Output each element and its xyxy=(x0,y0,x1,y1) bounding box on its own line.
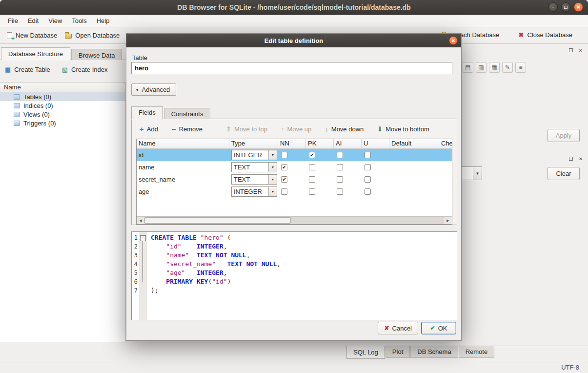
column-header-name[interactable]: Name xyxy=(137,139,229,148)
cancel-button[interactable]: ✘ Cancel xyxy=(378,322,418,334)
move-to-bottom-button[interactable]: ⇓Move to bottom xyxy=(374,124,432,134)
nn-checkbox[interactable] xyxy=(281,152,287,158)
tree-column-header[interactable]: Name xyxy=(0,83,125,92)
bottom-tab-plot[interactable]: Plot xyxy=(385,346,410,358)
tab-browse-data[interactable]: Browse Data xyxy=(71,49,122,60)
pk-checkbox[interactable] xyxy=(309,164,315,170)
tree-item[interactable]: Views (0) xyxy=(0,110,125,119)
bottom-tab-remote[interactable]: Remote xyxy=(459,346,495,358)
ai-checkbox[interactable] xyxy=(337,164,343,170)
scrollbar-thumb[interactable] xyxy=(144,217,291,224)
cell-toolbar-icon-4[interactable]: ✎ xyxy=(502,62,513,73)
check-cell[interactable] xyxy=(439,173,452,186)
ai-checkbox[interactable] xyxy=(337,176,343,183)
field-row[interactable]: idINTEGER▾✔ xyxy=(137,149,452,161)
add-button[interactable]: +Add xyxy=(137,124,161,134)
new-database-button[interactable]: New Database xyxy=(3,29,61,41)
menu-view[interactable]: View xyxy=(43,15,67,26)
ai-checkbox[interactable] xyxy=(337,188,343,195)
create-index-button[interactable]: ▧ Create Index xyxy=(59,64,111,75)
field-name-cell[interactable]: name xyxy=(137,161,229,173)
tab-database-structure[interactable]: Database Structure xyxy=(1,47,70,61)
field-name-cell[interactable]: age xyxy=(137,186,229,198)
field-row[interactable]: ageINTEGER▾ xyxy=(137,186,452,198)
apply-button[interactable]: Apply xyxy=(547,129,580,142)
advanced-toggle[interactable]: ▾ Advanced xyxy=(131,83,176,96)
field-name-cell[interactable]: id xyxy=(137,149,229,161)
ai-checkbox[interactable] xyxy=(337,152,343,158)
tree-item[interactable]: Tables (0) xyxy=(0,92,125,101)
u-checkbox[interactable] xyxy=(365,176,371,183)
move-to-top-button[interactable]: ⇑Move to top xyxy=(223,124,270,134)
close-database-button[interactable]: ✖ Close Database xyxy=(515,29,576,41)
default-cell[interactable] xyxy=(389,186,439,198)
field-name-cell[interactable]: secret_name xyxy=(137,173,229,186)
move-up-button[interactable]: ↑Move up xyxy=(278,124,314,134)
ok-button[interactable]: ✔ OK xyxy=(421,322,456,334)
window-titlebar[interactable]: DB Browser for SQLite - /home/user/code/… xyxy=(0,0,588,15)
type-combobox[interactable]: TEXT▾ xyxy=(231,162,277,172)
menu-help[interactable]: Help xyxy=(92,15,115,26)
menu-edit[interactable]: Edit xyxy=(23,15,43,26)
maximize-button[interactable] xyxy=(561,2,570,12)
horizontal-scrollbar[interactable]: ◀ ▶ xyxy=(137,216,452,224)
type-combobox[interactable]: INTEGER▾ xyxy=(231,150,277,160)
dialog-tab-fields[interactable]: Fields xyxy=(131,106,163,120)
dock-close-icon[interactable]: ✕ xyxy=(577,47,584,54)
column-header-type[interactable]: Type xyxy=(229,139,278,148)
default-cell[interactable] xyxy=(389,149,439,161)
dialog-titlebar[interactable]: Edit table definition ✕ xyxy=(126,34,461,47)
field-row[interactable]: secret_nameTEXT▾✔ xyxy=(137,173,452,186)
cell-toolbar-icon-2[interactable]: ▥ xyxy=(476,62,487,73)
minimize-button[interactable]: – xyxy=(548,2,558,12)
column-header-pk[interactable]: PK xyxy=(306,139,334,148)
dialog-close-button[interactable]: ✕ xyxy=(449,36,458,45)
default-cell[interactable] xyxy=(389,161,439,173)
sql-preview[interactable]: 1CREATE TABLE "hero" (2 "id" INTEGER,3 "… xyxy=(131,231,457,320)
cell-toolbar-icon-5[interactable]: ≡ xyxy=(515,62,526,73)
column-header-u[interactable]: U xyxy=(362,139,389,148)
scroll-left-icon[interactable]: ◀ xyxy=(137,217,144,224)
dock-close-icon[interactable]: ✕ xyxy=(577,155,584,162)
u-checkbox[interactable] xyxy=(365,152,371,158)
check-cell[interactable] xyxy=(439,186,452,198)
check-cell[interactable] xyxy=(439,161,452,173)
menu-tools[interactable]: Tools xyxy=(67,15,91,26)
u-checkbox[interactable] xyxy=(365,164,371,170)
remove-button[interactable]: −Remove xyxy=(169,124,205,134)
check-cell[interactable] xyxy=(439,149,452,161)
nn-checkbox[interactable]: ✔ xyxy=(281,164,287,170)
column-header-check[interactable]: Check xyxy=(439,139,452,148)
clear-button[interactable]: Clear xyxy=(547,167,580,180)
dialog-tab-constraints[interactable]: Constraints xyxy=(164,108,211,119)
pk-checkbox[interactable]: ✔ xyxy=(309,152,315,158)
table-name-input[interactable] xyxy=(131,62,452,74)
column-header-default[interactable]: Default xyxy=(389,139,439,148)
scrollbar-track[interactable] xyxy=(144,217,444,224)
fold-marker-icon[interactable] xyxy=(139,233,147,242)
menu-file[interactable]: File xyxy=(3,15,23,26)
move-down-button[interactable]: ↓Move down xyxy=(322,124,366,134)
type-combobox[interactable]: TEXT▾ xyxy=(231,174,277,185)
scroll-right-icon[interactable]: ▶ xyxy=(444,217,452,224)
column-header-ai[interactable]: AI xyxy=(334,139,362,148)
column-header-nn[interactable]: NN xyxy=(278,139,306,148)
pk-checkbox[interactable] xyxy=(309,188,315,195)
create-table-button[interactable]: ▦ Create Table xyxy=(2,64,53,75)
close-button[interactable]: ✕ xyxy=(574,2,583,12)
dock-float-icon[interactable] xyxy=(568,47,574,54)
nn-checkbox[interactable]: ✔ xyxy=(281,176,287,183)
bottom-tab-db-schema[interactable]: DB Schema xyxy=(410,346,458,358)
bottom-tab-sql-log[interactable]: SQL Log xyxy=(346,346,385,359)
cell-toolbar-icon-3[interactable]: ▦ xyxy=(489,62,500,73)
tree-item[interactable]: Indices (0) xyxy=(0,101,125,110)
default-cell[interactable] xyxy=(389,173,439,186)
field-row[interactable]: nameTEXT▾✔ xyxy=(137,161,452,173)
dock-float-icon[interactable] xyxy=(568,155,574,162)
u-checkbox[interactable] xyxy=(365,188,371,195)
cell-toolbar-icon-1[interactable]: ▤ xyxy=(463,62,473,73)
nn-checkbox[interactable] xyxy=(281,188,287,195)
type-combobox[interactable]: INTEGER▾ xyxy=(231,186,277,197)
open-database-button[interactable]: Open Database xyxy=(61,29,123,41)
tree-item[interactable]: Triggers (0) xyxy=(0,119,125,127)
